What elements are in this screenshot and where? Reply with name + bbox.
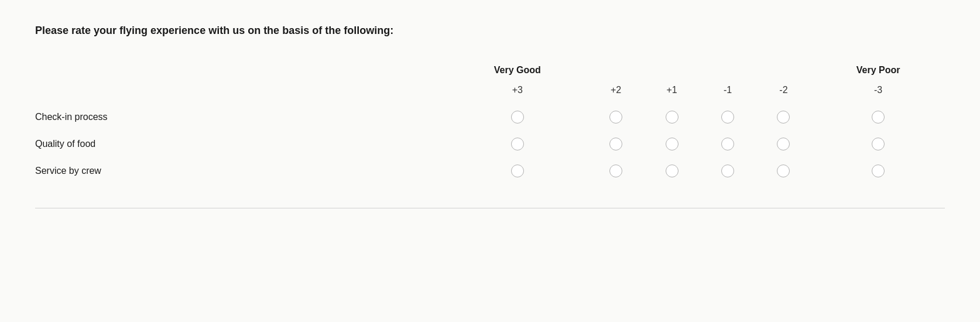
row-label-food: Quality of food (35, 131, 447, 157)
radio-food-score-+3[interactable] (511, 138, 524, 150)
radio-cell-check-in-2[interactable] (644, 104, 700, 131)
survey-section: Please rate your flying experience with … (35, 23, 945, 208)
radio-cell-check-in-3[interactable] (700, 104, 755, 131)
radio-crew-score--1[interactable] (721, 165, 734, 177)
row-label-check-in: Check-in process (35, 104, 447, 131)
score-col-3: -1 (700, 79, 755, 104)
score-col-2: +1 (644, 79, 700, 104)
radio-cell-check-in-1[interactable] (588, 104, 643, 131)
radio-cell-check-in-0[interactable] (447, 104, 588, 131)
row-food: Quality of food (35, 131, 945, 157)
row-crew: Service by crew (35, 157, 945, 184)
row-label-crew: Service by crew (35, 157, 447, 184)
radio-crew-score--2[interactable] (777, 165, 790, 177)
score-col-5: -3 (811, 79, 945, 104)
radio-cell-crew-0[interactable] (447, 157, 588, 184)
radio-cell-food-0[interactable] (447, 131, 588, 157)
radio-crew-score-+1[interactable] (666, 165, 679, 177)
score-col-4: -2 (756, 79, 811, 104)
radio-cell-food-4[interactable] (756, 131, 811, 157)
radio-check-in-score-+1[interactable] (666, 111, 679, 124)
middle-header-spacer (588, 59, 811, 79)
radio-food-score--3[interactable] (872, 138, 885, 150)
header-row-scores: +3 +2 +1 -1 -2 -3 (35, 79, 945, 104)
section-divider (35, 208, 945, 208)
radio-crew-score-+3[interactable] (511, 165, 524, 177)
very-good-header: Very Good (447, 59, 588, 79)
radio-food-score-+1[interactable] (666, 138, 679, 150)
radio-check-in-score-+2[interactable] (609, 111, 622, 124)
radio-check-in-score-+3[interactable] (511, 111, 524, 124)
radio-cell-food-2[interactable] (644, 131, 700, 157)
radio-food-score--1[interactable] (721, 138, 734, 150)
radio-check-in-score--1[interactable] (721, 111, 734, 124)
empty-header (35, 59, 447, 79)
radio-crew-score--3[interactable] (872, 165, 885, 177)
radio-cell-crew-5[interactable] (811, 157, 945, 184)
radio-cell-food-1[interactable] (588, 131, 643, 157)
rating-table: Very Good Very Poor +3 +2 +1 -1 -2 -3 Ch… (35, 59, 945, 184)
radio-cell-crew-4[interactable] (756, 157, 811, 184)
row-check-in: Check-in process (35, 104, 945, 131)
radio-cell-check-in-4[interactable] (756, 104, 811, 131)
radio-cell-crew-1[interactable] (588, 157, 643, 184)
score-col-0: +3 (447, 79, 588, 104)
radio-cell-food-3[interactable] (700, 131, 755, 157)
radio-crew-score-+2[interactable] (609, 165, 622, 177)
radio-cell-check-in-5[interactable] (811, 104, 945, 131)
header-row-labels: Very Good Very Poor (35, 59, 945, 79)
radio-cell-crew-3[interactable] (700, 157, 755, 184)
radio-cell-crew-2[interactable] (644, 157, 700, 184)
radio-check-in-score--2[interactable] (777, 111, 790, 124)
score-col-1: +2 (588, 79, 643, 104)
very-poor-header: Very Poor (811, 59, 945, 79)
radio-food-score-+2[interactable] (609, 138, 622, 150)
radio-food-score--2[interactable] (777, 138, 790, 150)
survey-title: Please rate your flying experience with … (35, 23, 945, 38)
radio-cell-food-5[interactable] (811, 131, 945, 157)
radio-check-in-score--3[interactable] (872, 111, 885, 124)
score-label-empty (35, 79, 447, 104)
